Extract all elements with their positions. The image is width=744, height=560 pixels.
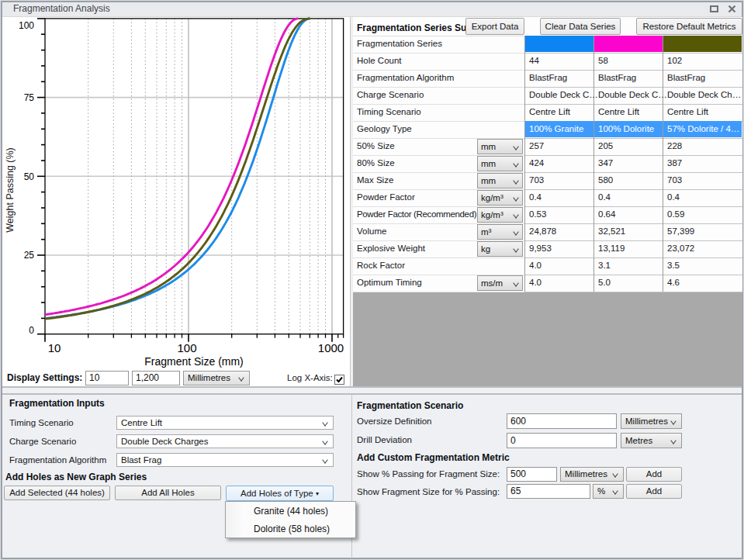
svg-text:75: 75: [24, 92, 35, 103]
svg-text:50: 50: [24, 171, 35, 182]
svg-text:1000: 1000: [318, 341, 344, 354]
svg-text:Fragment Size (mm): Fragment Size (mm): [144, 355, 244, 368]
svg-text:0: 0: [29, 325, 34, 336]
svg-text:100: 100: [177, 341, 196, 354]
svg-text:10: 10: [48, 341, 61, 354]
svg-text:Weight Passing (%): Weight Passing (%): [5, 147, 16, 233]
svg-text:100: 100: [19, 20, 34, 31]
svg-text:25: 25: [24, 250, 35, 261]
